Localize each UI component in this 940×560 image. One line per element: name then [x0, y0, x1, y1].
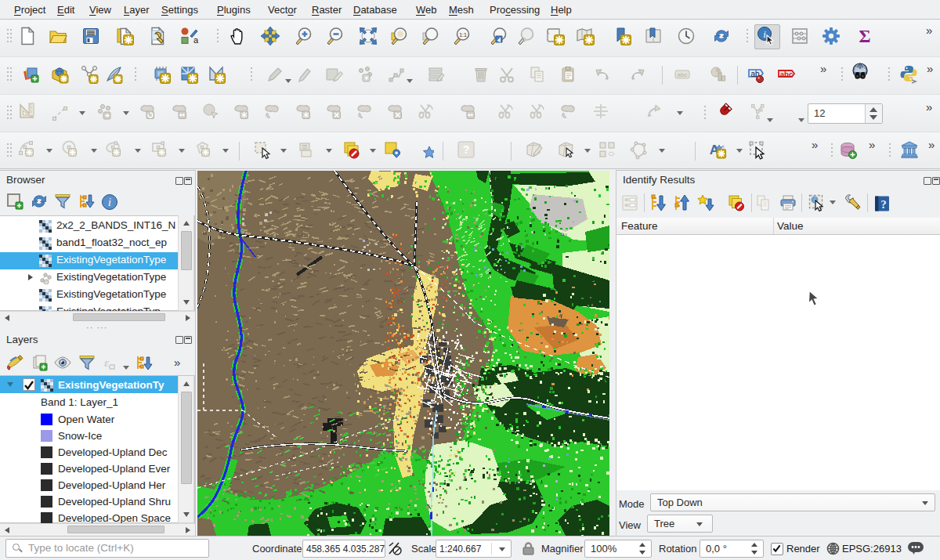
svg-text:i: i: [108, 197, 111, 208]
svg-text:abc: abc: [678, 71, 688, 78]
svg-text:a: a: [193, 35, 199, 45]
svg-text:ε: ε: [104, 356, 109, 369]
svg-text:1:1: 1:1: [459, 32, 467, 38]
svg-text:abc: abc: [780, 70, 793, 78]
svg-text:?: ?: [463, 143, 470, 156]
svg-text:?: ?: [880, 198, 887, 211]
svg-text:Σ: Σ: [859, 27, 870, 46]
svg-text:i: i: [763, 28, 766, 40]
